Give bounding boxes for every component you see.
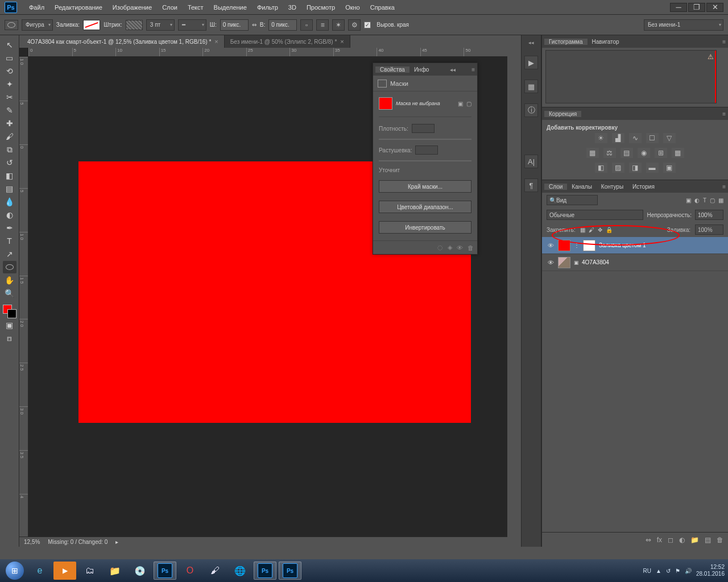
stroke-width[interactable]: 3 пт [146, 19, 175, 31]
curves-icon[interactable]: ∿ [629, 133, 642, 143]
crop-tool[interactable]: ✂ [3, 91, 16, 103]
dodge-tool[interactable]: ◐ [3, 209, 16, 221]
width-field[interactable]: 0 пикс. [220, 19, 249, 31]
media-icon[interactable]: ▶ [53, 562, 76, 580]
feather-slider[interactable] [379, 160, 471, 161]
mask-edge-button[interactable]: Край маски... [379, 180, 471, 193]
posterize-icon[interactable]: ▨ [612, 163, 624, 173]
swatches-icon[interactable]: ▦ [524, 80, 538, 93]
pen-tool[interactable]: ✒ [3, 222, 16, 234]
pixel-mask-icon[interactable]: ▣ [458, 101, 463, 107]
menu-view[interactable]: Просмотр [301, 4, 340, 11]
properties-tab[interactable]: Свойства [375, 66, 410, 73]
stroke-style[interactable]: ━ [178, 19, 206, 31]
history-brush-tool[interactable]: ↺ [3, 156, 16, 169]
start-button[interactable]: ⊞ [3, 559, 26, 582]
hand-tool[interactable]: ✋ [3, 274, 16, 286]
channels-tab[interactable]: Каналы [567, 184, 597, 190]
ie-icon[interactable]: e [28, 562, 51, 580]
levels-icon[interactable]: ▟ [612, 133, 624, 143]
brightness-icon[interactable]: ☀ [595, 133, 607, 143]
vibrance-icon[interactable]: ▽ [663, 133, 676, 143]
invert-button[interactable]: Инвертировать [379, 221, 471, 234]
mask-icon[interactable]: ◻ [668, 536, 673, 544]
info-tab[interactable]: Инфо [410, 66, 434, 73]
ps-task-2[interactable]: Ps [254, 562, 276, 580]
menu-layer[interactable]: Слои [157, 4, 183, 11]
panel-menu-icon[interactable]: ≡ [471, 66, 475, 73]
filter-type-icon[interactable]: T [703, 197, 706, 203]
group-icon[interactable]: 📁 [690, 536, 699, 544]
photo-filter-icon[interactable]: ◉ [638, 148, 650, 158]
fx-icon[interactable]: fx [657, 536, 662, 544]
filter-image-icon[interactable]: ▣ [686, 197, 691, 203]
layer-row[interactable]: 👁 ⋮ Заливка цветом 1 [542, 237, 728, 254]
bw-icon[interactable]: ▤ [621, 148, 633, 158]
chrome-icon[interactable]: 🌐 [229, 562, 251, 580]
invert-icon[interactable]: ◧ [595, 163, 607, 173]
adjustments-tab[interactable]: Коррекция [544, 111, 581, 117]
adjustment-icon[interactable]: ◐ [679, 536, 685, 544]
threshold-icon[interactable]: ◨ [629, 163, 642, 173]
layer-thumb[interactable] [558, 257, 570, 268]
ps-task-3[interactable]: Ps [279, 562, 301, 580]
status-arrow-icon[interactable]: ▸ [115, 539, 118, 545]
filter-adjust-icon[interactable]: ◐ [694, 197, 700, 203]
window-restore[interactable]: ❐ [688, 3, 705, 12]
align-icon[interactable]: ▫ [300, 19, 313, 31]
align-edges-checkbox[interactable]: ✓ [364, 22, 371, 28]
histogram-tab[interactable]: Гистограмма [544, 39, 588, 45]
paths-tab[interactable]: Контуры [597, 184, 628, 190]
panel-menu-icon[interactable]: ≡ [722, 39, 726, 45]
mixer-icon[interactable]: ⊞ [655, 148, 667, 158]
blend-mode-dropdown[interactable]: Обычные [547, 210, 643, 220]
tray-flag-icon[interactable]: ⚑ [675, 568, 680, 574]
tray-up-icon[interactable]: ▲ [656, 568, 661, 574]
load-selection-icon[interactable]: ◌ [437, 244, 443, 251]
color-swatches[interactable] [3, 305, 16, 318]
window-minimize[interactable]: ─ [670, 3, 687, 12]
lang-indicator[interactable]: RU [643, 568, 651, 574]
info-icon[interactable]: ⓘ [524, 103, 538, 117]
layer-row[interactable]: 👁 ▣ 4O7A3804 [542, 254, 728, 271]
ps-task-1[interactable]: Ps [154, 562, 176, 580]
density-field[interactable] [412, 124, 435, 133]
height-field[interactable]: 0 пикс. [268, 19, 297, 31]
hue-icon[interactable]: ▦ [586, 148, 599, 158]
marquee-tool[interactable]: ▭ [3, 52, 16, 64]
panel-prev-icon[interactable]: ◂◂ [450, 66, 456, 73]
link-wh-icon[interactable]: ⇔ [252, 22, 257, 28]
fill-swatch[interactable] [83, 20, 100, 30]
type-tool[interactable]: T [3, 235, 16, 247]
layer-name[interactable]: 4O7A3804 [582, 259, 609, 265]
disable-mask-icon[interactable]: 👁 [457, 244, 463, 251]
delete-icon[interactable]: 🗑 [717, 536, 723, 544]
filter-smart-icon[interactable]: ▦ [718, 197, 723, 203]
history-tab[interactable]: История [628, 184, 659, 190]
stamp-tool[interactable]: ⧉ [3, 143, 16, 156]
layer-kind-dropdown[interactable]: 🔍 Вид [547, 195, 598, 205]
lasso-tool[interactable]: ⟲ [3, 65, 16, 77]
panel-menu-icon[interactable]: ≡ [722, 184, 726, 190]
apply-mask-icon[interactable]: ◈ [448, 244, 452, 251]
lock-all-icon[interactable]: 🔒 [606, 227, 613, 233]
menu-type[interactable]: Текст [183, 4, 209, 11]
zoom-tool[interactable]: 🔍 [3, 287, 16, 300]
navigator-tab[interactable]: Навигатор [588, 39, 624, 45]
tray-sound-icon[interactable]: 🔊 [685, 568, 692, 574]
balance-icon[interactable]: ⚖ [603, 148, 616, 158]
menu-file[interactable]: Файл [24, 4, 49, 11]
paragraph-icon[interactable]: ¶ [524, 178, 538, 192]
doc-tab-2[interactable]: Без имени-1 @ 50% (Эллипс 2, RGB/8) *× [225, 35, 350, 48]
new-layer-icon[interactable]: ▤ [705, 536, 711, 544]
stroke-swatch[interactable] [126, 20, 143, 30]
density-slider[interactable] [379, 139, 471, 140]
explorer-icon[interactable]: 📁 [104, 562, 126, 580]
menu-select[interactable]: Выделение [209, 4, 252, 11]
app-icon[interactable]: 🗂 [78, 562, 101, 580]
visibility-icon[interactable]: 👁 [547, 259, 555, 266]
tray-sync-icon[interactable]: ↺ [666, 568, 671, 574]
menu-window[interactable]: Окно [340, 4, 365, 11]
fill-field[interactable]: 100% [695, 225, 723, 235]
mask-thumb[interactable] [583, 240, 595, 251]
